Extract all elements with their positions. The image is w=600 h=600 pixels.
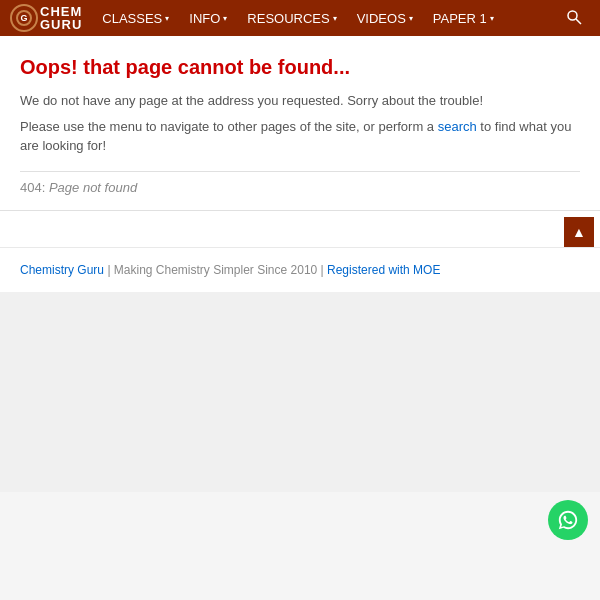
- error-code-number: 404:: [20, 180, 45, 195]
- nav-resources-caret: ▾: [333, 14, 337, 23]
- error-desc-line1: We do not have any page at the address y…: [20, 91, 580, 111]
- error-code: 404: Page not found: [20, 180, 580, 195]
- brand-logo: G: [10, 4, 38, 32]
- svg-line-1: [576, 19, 581, 24]
- nav-videos-label: VIDEOS: [357, 11, 406, 26]
- search-icon[interactable]: [558, 9, 590, 28]
- footer-tagline: | Making Chemistry Simpler Since 2010 |: [107, 263, 327, 277]
- footer-moe-link[interactable]: Registered with MOE: [327, 263, 440, 277]
- svg-point-0: [568, 11, 577, 20]
- nav-item-info[interactable]: INFO ▾: [179, 0, 237, 36]
- footer-wrapper: ▲ Chemistry Guru | Making Chemistry Simp…: [0, 211, 600, 292]
- nav-videos-caret: ▾: [409, 14, 413, 23]
- footer: Chemistry Guru | Making Chemistry Simple…: [0, 247, 600, 292]
- nav-paper1-label: PAPER 1: [433, 11, 487, 26]
- brand-logo-letter: G: [20, 13, 27, 23]
- navbar: G CHEM GURU CLASSES ▾ INFO ▾ RESOURCES ▾…: [0, 0, 600, 36]
- error-code-text: Page not found: [49, 180, 137, 195]
- nav-item-videos[interactable]: VIDEOS ▾: [347, 0, 423, 36]
- lower-area: [0, 292, 600, 492]
- nav-info-caret: ▾: [223, 14, 227, 23]
- nav-item-resources[interactable]: RESOURCES ▾: [237, 0, 346, 36]
- brand-guru: GURU: [40, 18, 82, 31]
- nav-items: CLASSES ▾ INFO ▾ RESOURCES ▾ VIDEOS ▾ PA…: [92, 0, 558, 36]
- nav-classes-caret: ▾: [165, 14, 169, 23]
- footer-brand-link[interactable]: Chemistry Guru: [20, 263, 104, 277]
- nav-classes-label: CLASSES: [102, 11, 162, 26]
- nav-resources-label: RESOURCES: [247, 11, 329, 26]
- search-link[interactable]: search: [438, 119, 477, 134]
- content-wrapper: Oops! that page cannot be found... We do…: [0, 36, 600, 492]
- divider: [20, 171, 580, 172]
- brand-text: CHEM GURU: [40, 5, 82, 31]
- nav-paper1-caret: ▾: [490, 14, 494, 23]
- back-to-top-icon: ▲: [572, 224, 586, 240]
- error-title: Oops! that page cannot be found...: [20, 56, 580, 79]
- brand-logo-link[interactable]: G CHEM GURU: [10, 4, 82, 32]
- nav-item-classes[interactable]: CLASSES ▾: [92, 0, 179, 36]
- nav-item-paper1[interactable]: PAPER 1 ▾: [423, 0, 504, 36]
- error-nav-hint: Please use the menu to navigate to other…: [20, 117, 580, 156]
- main-content: Oops! that page cannot be found... We do…: [0, 36, 600, 211]
- nav-info-label: INFO: [189, 11, 220, 26]
- back-to-top-button[interactable]: ▲: [564, 217, 594, 247]
- brand-logo-inner: G: [16, 10, 32, 26]
